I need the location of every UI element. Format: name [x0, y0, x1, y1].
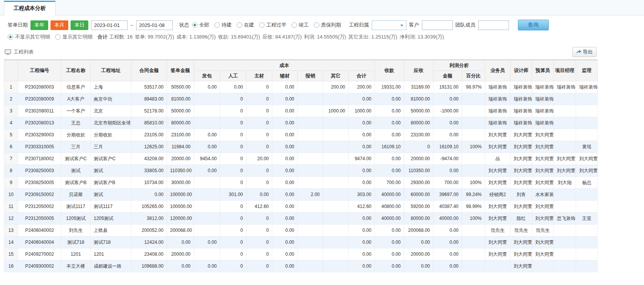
cell-labor[interactable]: 0 [220, 153, 246, 165]
cell-aux_mat[interactable]: 0.00 [272, 225, 298, 236]
cell-sign[interactable]: 0.00 [167, 260, 194, 272]
cell-sign[interactable]: 100000.00 [167, 201, 194, 213]
cell-outsource[interactable]: 0.00 [194, 236, 220, 248]
cell-main_mat[interactable]: 0 [246, 81, 272, 93]
cell-aux_mat[interactable]: 0.00 [272, 260, 298, 272]
cell-aux_mat[interactable]: 0.00 [272, 129, 298, 141]
cell-outsource[interactable]: 0.00 [194, 141, 220, 153]
cell-received[interactable]: 0.00 [375, 129, 404, 141]
cell-code[interactable]: P2302080013 [18, 117, 61, 129]
status-option-竣工[interactable]: 竣工 [292, 22, 309, 28]
status-option-在建[interactable]: 在建 [237, 22, 254, 28]
cell-aux_mat[interactable]: 0.00 [272, 189, 298, 201]
cell-aux_mat[interactable]: 0.00 [272, 105, 298, 117]
cell-aux_mat[interactable]: 0.00 [272, 248, 298, 260]
cell-code[interactable]: P2312050002 [18, 201, 61, 213]
cell-labor[interactable]: 0 [220, 117, 246, 129]
cell-sign[interactable]: 50000.00 [167, 105, 194, 117]
cell-sign[interactable]: 110350.00 [167, 165, 194, 177]
cell-received[interactable]: 700.00 [375, 177, 404, 189]
cell-main_mat[interactable]: 0 [246, 248, 272, 260]
cell-labor[interactable]: 0 [220, 225, 246, 236]
cell-received[interactable]: 40800.00 [375, 201, 404, 213]
cell-labor[interactable]: 0 [220, 260, 246, 272]
cell-received[interactable]: 40000.00 [375, 213, 404, 225]
cell-sign[interactable]: 50500.00 [167, 81, 194, 93]
search-button[interactable]: 查询 [518, 20, 549, 30]
cell-sign[interactable]: 30000.00 [167, 177, 194, 189]
cell-received[interactable]: 0.00 [375, 165, 404, 177]
cell-aux_mat[interactable]: 0.00 [272, 93, 298, 105]
cell-labor[interactable]: 0 [220, 248, 246, 260]
cell-code[interactable]: P2309150002 [18, 189, 61, 201]
cell-received[interactable]: 0.00 [375, 117, 404, 129]
project-owner-select[interactable] [372, 20, 406, 30]
cell-aux_mat[interactable]: 0.00 [272, 141, 298, 153]
cell-received[interactable]: 0.00 [375, 105, 404, 117]
tab-project-cost-analysis[interactable]: 工程成本分析 [4, 1, 56, 15]
cell-code[interactable]: P2406040004 [18, 236, 61, 248]
cell-sign[interactable]: 0.00 [167, 236, 194, 248]
cell-aux_mat[interactable]: 0.00 [272, 153, 298, 165]
cell-labor[interactable]: 0.00 [220, 81, 246, 93]
quick-button-本月[interactable]: 本月 [51, 20, 68, 30]
cell-main_mat[interactable]: 0 [246, 93, 272, 105]
cell-labor[interactable]: 0 [220, 236, 246, 248]
cell-main_mat[interactable]: 0.00 [246, 189, 272, 201]
date-from-input[interactable] [91, 20, 128, 30]
cell-other[interactable]: 200.00 [323, 81, 349, 93]
cell-code[interactable]: P2312050005 [18, 213, 61, 225]
cell-labor[interactable]: 0 [220, 93, 246, 105]
cell-other[interactable]: 1000.00 [323, 105, 349, 117]
cell-main_mat[interactable]: 0 [246, 105, 272, 117]
cell-aux_mat[interactable]: 0.00 [272, 236, 298, 248]
export-button[interactable]: 导出 [572, 47, 597, 57]
cell-received[interactable]: 40000.00 [375, 189, 404, 201]
cell-aux_mat[interactable]: 0.00 [272, 213, 298, 225]
cell-labor[interactable]: 301.00 [220, 189, 246, 201]
cell-labor[interactable]: 0 [220, 201, 246, 213]
cell-aux_mat[interactable]: 0.00 [272, 81, 298, 93]
cell-labor[interactable]: 0 [220, 213, 246, 225]
cell-main_mat[interactable]: 0 [246, 225, 272, 236]
cell-sign[interactable]: 81000.00 [167, 93, 194, 105]
status-option-工程过半[interactable]: 工程过半 [259, 22, 287, 28]
cell-received[interactable]: 0.00 [375, 153, 404, 165]
cell-received[interactable]: 16109.10 [375, 141, 404, 153]
cell-aux_mat[interactable]: 0.00 [272, 117, 298, 129]
cell-code[interactable]: P2303310005 [18, 141, 61, 153]
cell-code[interactable]: P2307180002 [18, 153, 61, 165]
detail-option-不显示其它明细[interactable]: 不显示其它明细 [8, 34, 50, 40]
cell-outsource[interactable]: 0.00 [194, 260, 220, 272]
cell-main_mat[interactable]: 0 [246, 260, 272, 272]
quick-button-本日[interactable]: 本日 [71, 20, 88, 30]
cell-sign[interactable]: 120000.00 [167, 213, 194, 225]
cell-sign[interactable]: 11984.00 [167, 141, 194, 153]
cell-code[interactable]: P2406040002 [18, 225, 61, 236]
cell-code[interactable]: P2302080009 [18, 93, 61, 105]
cell-aux_mat[interactable]: 0.00 [272, 177, 298, 189]
status-option-待建[interactable]: 待建 [214, 22, 232, 28]
status-option-全部[interactable]: 全部 [192, 22, 209, 28]
cell-sign[interactable]: 100000.00 [167, 189, 194, 201]
cell-labor[interactable]: 0 [220, 177, 246, 189]
cell-reimburse[interactable]: 2.00 [298, 189, 323, 201]
cell-code[interactable]: P2409300002 [18, 260, 61, 272]
cell-received[interactable]: 0.00 [375, 236, 404, 248]
cell-main_mat[interactable]: 0 [246, 141, 272, 153]
cell-aux_mat[interactable]: 0.00 [272, 201, 298, 213]
cell-main_mat[interactable]: 412.60 [246, 201, 272, 213]
cell-code[interactable]: P2302080003 [18, 81, 61, 93]
team-member-input[interactable] [478, 20, 509, 30]
status-option-质保到期[interactable]: 质保到期 [314, 22, 341, 28]
cell-main_mat[interactable]: 0 [246, 236, 272, 248]
cell-code[interactable]: P2308250003 [18, 165, 61, 177]
cell-sign[interactable]: 80000.00 [167, 117, 194, 129]
quick-button-本年[interactable]: 本年 [30, 20, 48, 30]
cell-sign[interactable]: 23100.00 [167, 129, 194, 141]
cell-main_mat[interactable]: 0 [246, 213, 272, 225]
detail-option-显示其它明细[interactable]: 显示其它明细 [55, 34, 93, 40]
cell-code[interactable]: P2409270002 [18, 248, 61, 260]
cell-received[interactable]: 0.00 [375, 260, 404, 272]
cell-aux_mat[interactable]: 0.00 [272, 165, 298, 177]
